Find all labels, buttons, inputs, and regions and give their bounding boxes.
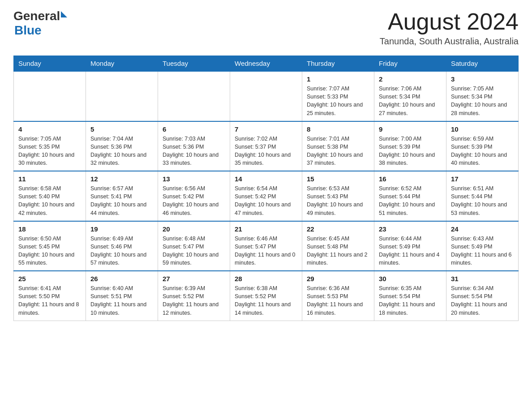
calendar-day-cell: 5Sunrise: 7:04 AM Sunset: 5:36 PM Daylig… xyxy=(86,121,158,171)
calendar-week-row: 25Sunrise: 6:41 AM Sunset: 5:50 PM Dayli… xyxy=(14,271,519,321)
day-number: 20 xyxy=(163,225,225,233)
calendar-day-cell: 28Sunrise: 6:38 AM Sunset: 5:52 PM Dayli… xyxy=(230,271,302,321)
calendar-day-cell: 6Sunrise: 7:03 AM Sunset: 5:36 PM Daylig… xyxy=(158,121,230,171)
day-of-week-header: Friday xyxy=(374,56,446,72)
calendar-day-cell: 9Sunrise: 7:00 AM Sunset: 5:39 PM Daylig… xyxy=(374,121,446,171)
day-info: Sunrise: 7:05 AM Sunset: 5:34 PM Dayligh… xyxy=(451,85,514,117)
day-info: Sunrise: 6:59 AM Sunset: 5:39 PM Dayligh… xyxy=(451,135,514,167)
day-number: 27 xyxy=(163,275,225,283)
day-number: 2 xyxy=(379,75,442,83)
calendar-day-cell: 27Sunrise: 6:39 AM Sunset: 5:52 PM Dayli… xyxy=(158,271,230,321)
calendar-day-cell: 18Sunrise: 6:50 AM Sunset: 5:45 PM Dayli… xyxy=(14,221,86,271)
day-number: 15 xyxy=(307,175,369,183)
day-number: 6 xyxy=(163,125,225,133)
day-info: Sunrise: 7:00 AM Sunset: 5:39 PM Dayligh… xyxy=(379,135,442,167)
day-info: Sunrise: 6:41 AM Sunset: 5:50 PM Dayligh… xyxy=(18,284,81,317)
calendar-day-cell xyxy=(158,71,230,121)
calendar-day-cell: 31Sunrise: 6:34 AM Sunset: 5:54 PM Dayli… xyxy=(446,271,519,321)
calendar-day-cell: 10Sunrise: 6:59 AM Sunset: 5:39 PM Dayli… xyxy=(446,121,519,171)
day-number: 12 xyxy=(90,175,153,183)
calendar-day-cell: 25Sunrise: 6:41 AM Sunset: 5:50 PM Dayli… xyxy=(14,271,86,321)
day-number: 4 xyxy=(18,125,81,133)
calendar-day-cell: 4Sunrise: 7:05 AM Sunset: 5:35 PM Daylig… xyxy=(14,121,86,171)
day-number: 31 xyxy=(451,275,514,283)
day-info: Sunrise: 7:01 AM Sunset: 5:38 PM Dayligh… xyxy=(307,135,369,167)
day-number: 19 xyxy=(90,225,153,233)
day-info: Sunrise: 6:38 AM Sunset: 5:52 PM Dayligh… xyxy=(235,284,297,317)
day-info: Sunrise: 6:46 AM Sunset: 5:47 PM Dayligh… xyxy=(235,235,297,267)
day-of-week-header: Wednesday xyxy=(230,56,302,72)
day-number: 13 xyxy=(163,175,225,183)
day-info: Sunrise: 6:50 AM Sunset: 5:45 PM Dayligh… xyxy=(18,235,81,267)
calendar-day-cell: 8Sunrise: 7:01 AM Sunset: 5:38 PM Daylig… xyxy=(302,121,374,171)
day-number: 18 xyxy=(18,225,81,233)
day-number: 7 xyxy=(235,125,297,133)
calendar-header-row: SundayMondayTuesdayWednesdayThursdayFrid… xyxy=(14,56,519,72)
day-number: 22 xyxy=(307,225,369,233)
day-info: Sunrise: 7:05 AM Sunset: 5:35 PM Dayligh… xyxy=(18,135,81,167)
day-number: 23 xyxy=(379,225,442,233)
logo: General Blue xyxy=(13,9,67,38)
day-info: Sunrise: 6:53 AM Sunset: 5:43 PM Dayligh… xyxy=(307,184,369,217)
calendar-day-cell: 29Sunrise: 6:36 AM Sunset: 5:53 PM Dayli… xyxy=(302,271,374,321)
calendar-week-row: 18Sunrise: 6:50 AM Sunset: 5:45 PM Dayli… xyxy=(14,221,519,271)
calendar-day-cell: 1Sunrise: 7:07 AM Sunset: 5:33 PM Daylig… xyxy=(302,71,374,121)
day-number: 5 xyxy=(90,125,153,133)
title-section: August 2024 Tanunda, South Australia, Au… xyxy=(380,9,519,47)
day-number: 14 xyxy=(235,175,297,183)
day-info: Sunrise: 6:49 AM Sunset: 5:46 PM Dayligh… xyxy=(90,235,153,267)
day-of-week-header: Monday xyxy=(86,56,158,72)
day-info: Sunrise: 7:06 AM Sunset: 5:34 PM Dayligh… xyxy=(379,85,442,117)
calendar-day-cell: 12Sunrise: 6:57 AM Sunset: 5:41 PM Dayli… xyxy=(86,171,158,221)
calendar-day-cell: 23Sunrise: 6:44 AM Sunset: 5:49 PM Dayli… xyxy=(374,221,446,271)
calendar-day-cell: 22Sunrise: 6:45 AM Sunset: 5:48 PM Dayli… xyxy=(302,221,374,271)
calendar-day-cell: 15Sunrise: 6:53 AM Sunset: 5:43 PM Dayli… xyxy=(302,171,374,221)
day-of-week-header: Thursday xyxy=(302,56,374,72)
day-info: Sunrise: 6:43 AM Sunset: 5:49 PM Dayligh… xyxy=(451,235,514,267)
calendar-day-cell: 17Sunrise: 6:51 AM Sunset: 5:44 PM Dayli… xyxy=(446,171,519,221)
logo-blue-text: Blue xyxy=(14,23,42,37)
logo-triangle-icon xyxy=(61,11,67,17)
day-number: 3 xyxy=(451,75,514,83)
calendar-week-row: 1Sunrise: 7:07 AM Sunset: 5:33 PM Daylig… xyxy=(14,71,519,121)
day-number: 9 xyxy=(379,125,442,133)
day-number: 10 xyxy=(451,125,514,133)
calendar-day-cell: 30Sunrise: 6:35 AM Sunset: 5:54 PM Dayli… xyxy=(374,271,446,321)
day-info: Sunrise: 6:58 AM Sunset: 5:40 PM Dayligh… xyxy=(18,184,81,217)
day-info: Sunrise: 7:02 AM Sunset: 5:37 PM Dayligh… xyxy=(235,135,297,167)
day-of-week-header: Tuesday xyxy=(158,56,230,72)
calendar-day-cell: 13Sunrise: 6:56 AM Sunset: 5:42 PM Dayli… xyxy=(158,171,230,221)
calendar-day-cell: 24Sunrise: 6:43 AM Sunset: 5:49 PM Dayli… xyxy=(446,221,519,271)
day-number: 30 xyxy=(379,275,442,283)
day-of-week-header: Sunday xyxy=(14,56,86,72)
calendar-day-cell: 11Sunrise: 6:58 AM Sunset: 5:40 PM Dayli… xyxy=(14,171,86,221)
calendar-day-cell: 3Sunrise: 7:05 AM Sunset: 5:34 PM Daylig… xyxy=(446,71,519,121)
day-info: Sunrise: 6:56 AM Sunset: 5:42 PM Dayligh… xyxy=(163,184,225,217)
day-number: 16 xyxy=(379,175,442,183)
day-info: Sunrise: 6:52 AM Sunset: 5:44 PM Dayligh… xyxy=(379,184,442,217)
day-info: Sunrise: 7:03 AM Sunset: 5:36 PM Dayligh… xyxy=(163,135,225,167)
day-number: 25 xyxy=(18,275,81,283)
page-header: General Blue August 2024 Tanunda, South … xyxy=(13,9,519,47)
day-number: 28 xyxy=(235,275,297,283)
day-info: Sunrise: 7:07 AM Sunset: 5:33 PM Dayligh… xyxy=(307,85,369,117)
calendar-day-cell xyxy=(230,71,302,121)
day-info: Sunrise: 6:35 AM Sunset: 5:54 PM Dayligh… xyxy=(379,284,442,317)
day-info: Sunrise: 6:51 AM Sunset: 5:44 PM Dayligh… xyxy=(451,184,514,217)
day-of-week-header: Saturday xyxy=(446,56,519,72)
day-number: 24 xyxy=(451,225,514,233)
day-info: Sunrise: 7:04 AM Sunset: 5:36 PM Dayligh… xyxy=(90,135,153,167)
day-number: 29 xyxy=(307,275,369,283)
day-number: 17 xyxy=(451,175,514,183)
calendar-week-row: 4Sunrise: 7:05 AM Sunset: 5:35 PM Daylig… xyxy=(14,121,519,171)
calendar-day-cell xyxy=(86,71,158,121)
day-info: Sunrise: 6:54 AM Sunset: 5:42 PM Dayligh… xyxy=(235,184,297,217)
day-info: Sunrise: 6:48 AM Sunset: 5:47 PM Dayligh… xyxy=(163,235,225,267)
calendar-day-cell: 14Sunrise: 6:54 AM Sunset: 5:42 PM Dayli… xyxy=(230,171,302,221)
day-number: 8 xyxy=(307,125,369,133)
calendar-day-cell: 2Sunrise: 7:06 AM Sunset: 5:34 PM Daylig… xyxy=(374,71,446,121)
calendar-table: SundayMondayTuesdayWednesdayThursdayFrid… xyxy=(13,56,519,321)
month-year-title: August 2024 xyxy=(380,9,519,34)
logo-general-text: General xyxy=(13,9,60,23)
calendar-day-cell: 7Sunrise: 7:02 AM Sunset: 5:37 PM Daylig… xyxy=(230,121,302,171)
